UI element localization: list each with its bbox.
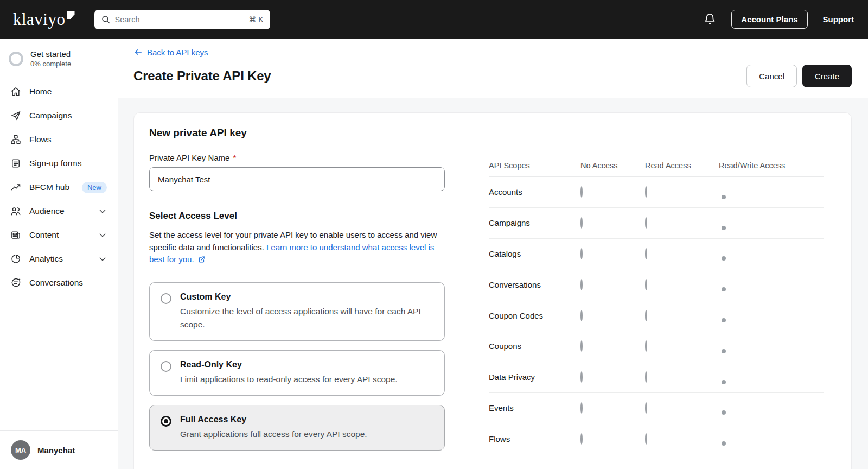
scope-name: Data Privacy — [489, 372, 580, 382]
access-level-title: Select Access Level — [149, 211, 445, 221]
scope-name: Conversations — [489, 280, 580, 289]
sidebar-item-label: Home — [29, 87, 52, 97]
search-icon — [101, 15, 111, 24]
radio-read-only-key[interactable] — [161, 361, 171, 372]
scope-name: Catalogs — [489, 249, 580, 258]
radio-read-access[interactable] — [645, 402, 647, 414]
radio-no-access[interactable] — [580, 340, 583, 352]
access-level-description: Set the access level for your private AP… — [149, 229, 445, 267]
radio-read-access[interactable] — [645, 433, 647, 445]
option-title: Custom Key — [180, 292, 433, 302]
create-button[interactable]: Create — [802, 65, 852, 87]
content-icon — [10, 230, 22, 240]
page-header: Back to API keys Create Private API Key … — [118, 39, 868, 98]
scope-name: Accounts — [489, 187, 580, 197]
avatar: MA — [11, 440, 30, 460]
external-link-icon — [198, 255, 206, 267]
table-row: Campaigns — [489, 208, 824, 239]
radio-full-access-key[interactable] — [161, 416, 171, 427]
radio-read-access[interactable] — [645, 310, 647, 321]
option-title: Full Access Key — [180, 415, 367, 424]
radio-read-access[interactable] — [645, 279, 647, 290]
klaviyo-flag-icon — [67, 11, 75, 19]
radio-no-access[interactable] — [580, 186, 583, 198]
column-header-api-scopes: API Scopes — [489, 161, 580, 170]
account-name: Manychat — [37, 446, 75, 455]
option-custom-key[interactable]: Custom Key Customize the level of access… — [149, 282, 445, 341]
sidebar-item-bfcm-hub[interactable]: BFCM hub New — [0, 175, 118, 199]
klaviyo-logo[interactable]: klaviyo — [13, 11, 75, 28]
sidebar-item-label: Audience — [29, 206, 65, 216]
chat-icon — [10, 277, 22, 288]
card-title: New private API key — [149, 127, 836, 139]
radio-read-access[interactable] — [645, 186, 647, 198]
radio-no-access[interactable] — [580, 310, 583, 321]
key-name-label: Private API Key Name * — [149, 153, 445, 162]
people-icon — [10, 206, 22, 217]
sidebar-item-label: BFCM hub — [29, 182, 69, 192]
sidebar-item-signup-forms[interactable]: Sign-up forms — [0, 151, 118, 175]
column-header-no-access: No Access — [580, 161, 645, 170]
radio-no-access[interactable] — [580, 402, 583, 414]
radio-no-access[interactable] — [580, 433, 583, 445]
radio-no-access[interactable] — [580, 371, 583, 383]
page-title: Create Private API Key — [133, 68, 271, 84]
search-input[interactable] — [115, 15, 245, 24]
sidebar-item-label: Conversations — [29, 278, 83, 288]
sidebar-item-audience[interactable]: Audience — [0, 199, 118, 223]
radio-read-access[interactable] — [645, 248, 647, 259]
radio-no-access[interactable] — [580, 248, 583, 259]
column-header-readwrite-access: Read/Write Access — [719, 161, 824, 170]
radio-read-access[interactable] — [645, 371, 647, 383]
new-api-key-card: New private API key Private API Key Name… — [133, 112, 852, 469]
table-row: Flows — [489, 423, 824, 454]
sidebar-item-home[interactable]: Home — [0, 80, 118, 104]
back-to-api-keys-link[interactable]: Back to API keys — [133, 47, 208, 57]
key-name-input[interactable] — [149, 167, 445, 191]
sidebar-item-flows[interactable]: Flows — [0, 128, 118, 151]
flow-icon — [10, 134, 22, 145]
sidebar-item-content[interactable]: Content — [0, 223, 118, 247]
home-icon — [10, 86, 22, 97]
sidebar-item-campaigns[interactable]: Campaigns — [0, 104, 118, 128]
table-row: Coupons — [489, 331, 824, 362]
radio-read-access[interactable] — [645, 217, 647, 229]
new-badge: New — [82, 182, 107, 193]
table-row: Data Privacy — [489, 362, 824, 393]
option-full-access-key[interactable]: Full Access Key Grant applications full … — [149, 405, 445, 451]
chevron-down-icon — [98, 231, 107, 239]
sidebar: Get started 0% complete Home Campaigns F… — [0, 39, 118, 469]
account-plans-button[interactable]: Account Plans — [731, 10, 807, 29]
support-link[interactable]: Support — [823, 15, 854, 24]
logo-wordmark: klaviyo — [13, 11, 66, 28]
scope-name: Campaigns — [489, 218, 580, 227]
main-content: Back to API keys Create Private API Key … — [118, 39, 868, 469]
content-area: New private API key Private API Key Name… — [118, 98, 868, 469]
sidebar-nav: Home Campaigns Flows Sign-up forms BFCM … — [0, 75, 118, 295]
get-started[interactable]: Get started 0% complete — [0, 39, 118, 75]
cancel-button[interactable]: Cancel — [746, 65, 797, 87]
table-row: Conversations — [489, 269, 824, 300]
pie-chart-icon — [10, 253, 22, 264]
sidebar-item-label: Content — [29, 230, 59, 240]
option-description: Grant applications full access for every… — [180, 428, 367, 441]
scope-name: Coupons — [489, 341, 580, 351]
sidebar-item-analytics[interactable]: Analytics — [0, 247, 118, 271]
global-search[interactable]: ⌘ K — [94, 10, 270, 29]
radio-no-access[interactable] — [580, 279, 583, 290]
chevron-down-icon — [98, 255, 107, 263]
notifications-bell-icon[interactable] — [704, 13, 716, 26]
scope-name: Coupon Codes — [489, 311, 580, 320]
option-read-only-key[interactable]: Read-Only Key Limit applications to read… — [149, 350, 445, 396]
sidebar-item-conversations[interactable]: Conversations — [0, 271, 118, 295]
account-switcher[interactable]: MA Manychat — [0, 430, 118, 469]
send-icon — [10, 110, 22, 121]
sidebar-item-label: Analytics — [29, 254, 63, 264]
option-description: Limit applications to read-only access f… — [180, 373, 398, 386]
scope-name: Flows — [489, 434, 580, 443]
required-asterisk: * — [233, 153, 236, 162]
radio-read-access[interactable] — [645, 340, 647, 352]
radio-no-access[interactable] — [580, 217, 583, 229]
sidebar-item-label: Sign-up forms — [29, 159, 81, 168]
radio-custom-key[interactable] — [161, 293, 171, 304]
